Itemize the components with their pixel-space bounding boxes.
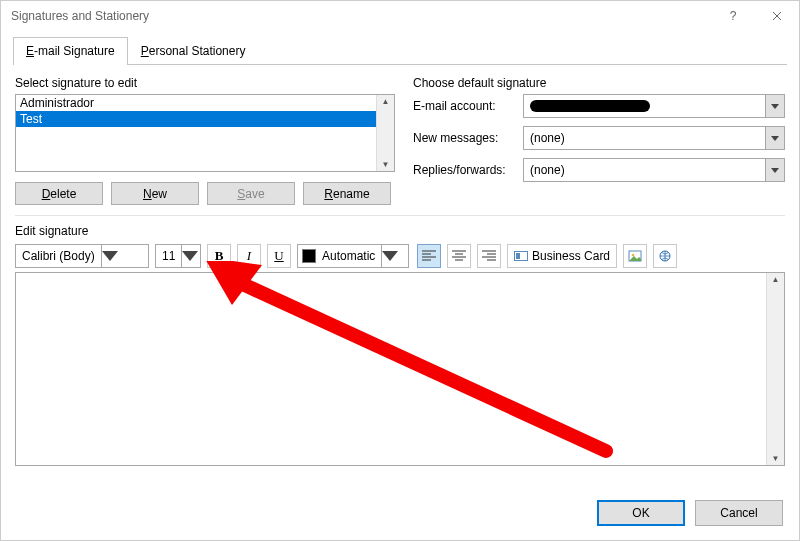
select-signature-label: Select signature to edit: [15, 76, 395, 90]
insert-picture-button[interactable]: [623, 244, 647, 268]
hyperlink-icon: [658, 250, 672, 262]
color-swatch-icon: [302, 249, 316, 263]
editor-scrollbar[interactable]: ▲ ▼: [766, 273, 784, 465]
chevron-down-icon: [181, 245, 198, 267]
editor-toolbar: Calibri (Body) 11 B I U Automatic Busine…: [15, 244, 785, 268]
chevron-down-icon: [765, 127, 784, 149]
svg-rect-1: [516, 253, 520, 259]
align-center-button[interactable]: [447, 244, 471, 268]
align-left-button[interactable]: [417, 244, 441, 268]
tab-divider: [13, 64, 787, 65]
window-title: Signatures and Stationery: [11, 9, 149, 23]
business-card-icon: [514, 250, 528, 262]
picture-icon: [628, 250, 642, 262]
bold-button[interactable]: B: [207, 244, 231, 268]
scroll-down-icon: ▼: [382, 160, 390, 169]
help-button[interactable]: ?: [711, 1, 755, 31]
signature-editor[interactable]: ▲ ▼: [15, 272, 785, 466]
tab-personal-stationery[interactable]: Personal Stationery: [128, 37, 259, 65]
default-signature-header: Choose default signature: [413, 76, 785, 90]
align-left-icon: [422, 250, 436, 262]
delete-button[interactable]: Delete: [15, 182, 103, 205]
align-right-icon: [482, 250, 496, 262]
list-scrollbar[interactable]: ▲ ▼: [376, 95, 394, 171]
chevron-down-icon: [381, 245, 398, 267]
close-icon: [772, 11, 782, 21]
underline-button[interactable]: U: [267, 244, 291, 268]
tab-email-signature[interactable]: E-mail Signature: [13, 37, 128, 65]
replies-forwards-label: Replies/forwards:: [413, 163, 523, 177]
tab-content: Select signature to edit Administrador T…: [1, 66, 799, 484]
email-account-label: E-mail account:: [413, 99, 523, 113]
list-item[interactable]: Test: [16, 111, 394, 127]
font-family-combo[interactable]: Calibri (Body): [15, 244, 149, 268]
list-item[interactable]: Administrador: [16, 95, 394, 111]
insert-hyperlink-button[interactable]: [653, 244, 677, 268]
cancel-button[interactable]: Cancel: [695, 500, 783, 526]
left-panel: Select signature to edit Administrador T…: [15, 76, 395, 205]
chevron-down-icon: [765, 95, 784, 117]
align-right-button[interactable]: [477, 244, 501, 268]
chevron-down-icon: [101, 245, 118, 267]
new-messages-combo[interactable]: (none): [523, 126, 785, 150]
close-button[interactable]: [755, 1, 799, 31]
new-messages-label: New messages:: [413, 131, 523, 145]
business-card-button[interactable]: Business Card: [507, 244, 617, 268]
separator: [15, 215, 785, 216]
scroll-up-icon: ▲: [382, 97, 390, 106]
font-size-combo[interactable]: 11: [155, 244, 201, 268]
scroll-down-icon: ▼: [772, 454, 780, 463]
redacted-email: [530, 100, 650, 112]
signature-button-row: Delete New Save Rename: [15, 182, 395, 205]
title-bar: Signatures and Stationery ?: [1, 1, 799, 31]
scroll-up-icon: ▲: [772, 275, 780, 284]
save-button[interactable]: Save: [207, 182, 295, 205]
edit-signature-label: Edit signature: [15, 224, 785, 238]
font-color-combo[interactable]: Automatic: [297, 244, 409, 268]
svg-point-3: [632, 254, 635, 257]
chevron-down-icon: [765, 159, 784, 181]
rename-button[interactable]: Rename: [303, 182, 391, 205]
ok-button[interactable]: OK: [597, 500, 685, 526]
dialog-footer: OK Cancel: [1, 484, 799, 540]
dialog-window: Signatures and Stationery ? E-mail Signa…: [0, 0, 800, 541]
italic-button[interactable]: I: [237, 244, 261, 268]
right-panel: Choose default signature E-mail account:…: [413, 76, 785, 205]
new-button[interactable]: New: [111, 182, 199, 205]
signature-list[interactable]: Administrador Test ▲ ▼: [15, 94, 395, 172]
tab-row: E-mail Signature Personal Stationery: [1, 37, 799, 65]
align-center-icon: [452, 250, 466, 262]
replies-forwards-combo[interactable]: (none): [523, 158, 785, 182]
email-account-combo[interactable]: [523, 94, 785, 118]
